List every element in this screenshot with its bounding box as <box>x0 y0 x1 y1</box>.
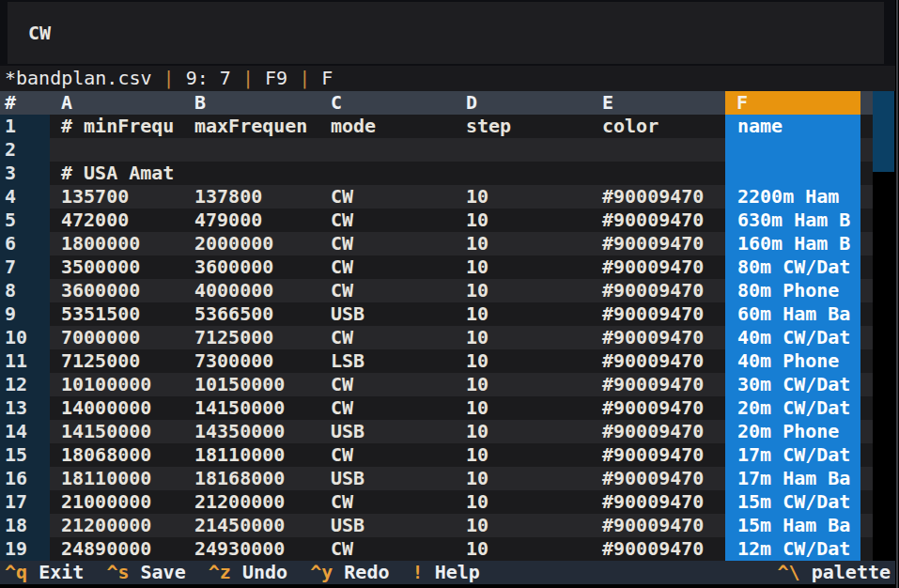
cell[interactable]: 7300000 <box>183 349 319 373</box>
cell[interactable]: 10 <box>455 373 591 396</box>
cell[interactable]: 5366500 <box>183 302 319 326</box>
cell[interactable]: #90009470 <box>591 443 725 467</box>
cell[interactable]: 10 <box>455 279 591 302</box>
cell[interactable]: 12m CW/Dat <box>725 537 860 561</box>
cell[interactable]: 472000 <box>50 209 183 232</box>
cell[interactable] <box>455 162 591 185</box>
row-number[interactable]: 4 <box>0 185 50 209</box>
cell[interactable]: 7125000 <box>50 349 183 373</box>
cell[interactable]: 4000000 <box>183 279 319 302</box>
cell[interactable]: 18168000 <box>183 467 319 490</box>
cell[interactable]: 10100000 <box>50 373 183 396</box>
shortcut-key[interactable]: ^z <box>209 561 231 583</box>
cell[interactable]: 10 <box>455 209 591 232</box>
cell[interactable]: maxFrequen <box>183 115 319 138</box>
cell[interactable]: # minFrequ <box>50 115 183 138</box>
cell[interactable]: 21450000 <box>183 514 319 537</box>
cell[interactable] <box>319 138 455 162</box>
cell[interactable]: 14150000 <box>183 396 319 420</box>
cell[interactable] <box>725 138 860 162</box>
cell[interactable]: 18110000 <box>183 443 319 467</box>
row-number[interactable]: 6 <box>0 232 50 255</box>
cell[interactable]: 10 <box>455 514 591 537</box>
cell[interactable]: #90009470 <box>591 185 725 209</box>
cell[interactable]: 21200000 <box>50 514 183 537</box>
cell[interactable]: 80m CW/Dat <box>725 255 860 279</box>
cell[interactable]: 10 <box>455 443 591 467</box>
row-number[interactable]: 8 <box>0 279 50 302</box>
cell[interactable]: 7000000 <box>50 326 183 349</box>
shortcut-key[interactable]: ^\ <box>778 561 800 583</box>
cell[interactable]: 60m Ham Ba <box>725 302 860 326</box>
cell[interactable]: CW <box>319 443 455 467</box>
cell[interactable]: 10 <box>455 326 591 349</box>
cell[interactable]: USB <box>319 467 455 490</box>
cell[interactable]: 40m Phone <box>725 349 860 373</box>
cell[interactable]: 15m Ham Ba <box>725 514 860 537</box>
cell[interactable]: 17m CW/Dat <box>725 443 860 467</box>
cell[interactable]: 10 <box>455 537 591 561</box>
cell[interactable]: 18110000 <box>50 467 183 490</box>
cell[interactable]: 10 <box>455 396 591 420</box>
cell[interactable]: 10 <box>455 232 591 255</box>
cell[interactable]: 479000 <box>183 209 319 232</box>
cell[interactable] <box>50 138 183 162</box>
cell[interactable]: 10 <box>455 467 591 490</box>
cell[interactable]: mode <box>319 115 455 138</box>
shortcut-key[interactable]: ^s <box>106 561 129 583</box>
cell[interactable]: 21000000 <box>50 490 183 514</box>
cell[interactable]: USB <box>319 302 455 326</box>
row-number[interactable]: 9 <box>0 302 50 326</box>
row-number[interactable]: 19 <box>0 537 50 561</box>
cell[interactable]: 10 <box>455 349 591 373</box>
cell[interactable]: 15m CW/Dat <box>725 490 860 514</box>
column-header-D[interactable]: D <box>455 91 591 115</box>
cell[interactable]: 3600000 <box>50 279 183 302</box>
cell[interactable]: 135700 <box>50 185 183 209</box>
cell[interactable]: CW <box>319 373 455 396</box>
cell[interactable]: 137800 <box>183 185 319 209</box>
cell[interactable]: 40m CW/Dat <box>725 326 860 349</box>
cell[interactable] <box>455 138 591 162</box>
cell[interactable] <box>725 162 860 185</box>
cell[interactable]: 5351500 <box>50 302 183 326</box>
cell[interactable]: #90009470 <box>591 232 725 255</box>
cell[interactable]: 20m CW/Dat <box>725 396 860 420</box>
row-number[interactable]: 12 <box>0 373 50 396</box>
shortcut-key[interactable]: ! <box>412 561 424 583</box>
cell[interactable]: CW <box>319 490 455 514</box>
cell[interactable]: LSB <box>319 349 455 373</box>
cell[interactable]: 14350000 <box>183 420 319 443</box>
cell[interactable]: #90009470 <box>591 349 725 373</box>
cell[interactable]: color <box>591 115 725 138</box>
row-number[interactable]: 1 <box>0 115 50 138</box>
cell[interactable] <box>591 162 725 185</box>
cell[interactable]: #90009470 <box>591 514 725 537</box>
cell[interactable]: 10 <box>455 255 591 279</box>
cell[interactable]: #90009470 <box>591 326 725 349</box>
cell[interactable]: CW <box>319 232 455 255</box>
shortcut-key[interactable]: ^y <box>310 561 333 583</box>
cell[interactable]: #90009470 <box>591 396 725 420</box>
cell[interactable]: USB <box>319 420 455 443</box>
cell[interactable]: #90009470 <box>591 255 725 279</box>
cell[interactable] <box>183 162 319 185</box>
cell[interactable]: USB <box>319 514 455 537</box>
cell[interactable]: CW <box>319 209 455 232</box>
cell[interactable]: 1800000 <box>50 232 183 255</box>
row-number[interactable]: 7 <box>0 255 50 279</box>
cell[interactable]: 10 <box>455 420 591 443</box>
cell[interactable]: CW <box>319 255 455 279</box>
cell[interactable]: #90009470 <box>591 537 725 561</box>
cell[interactable]: 630m Ham B <box>725 209 860 232</box>
cell-editor-input[interactable]: CW <box>8 2 884 64</box>
cell[interactable]: 3500000 <box>50 255 183 279</box>
cell[interactable]: name <box>725 115 860 138</box>
cell[interactable] <box>591 138 725 162</box>
cell[interactable] <box>183 138 319 162</box>
column-header-F[interactable]: F <box>725 91 860 115</box>
cell[interactable]: 2000000 <box>183 232 319 255</box>
cell[interactable]: 24890000 <box>50 537 183 561</box>
row-number[interactable]: 17 <box>0 490 50 514</box>
cell[interactable]: 10150000 <box>183 373 319 396</box>
